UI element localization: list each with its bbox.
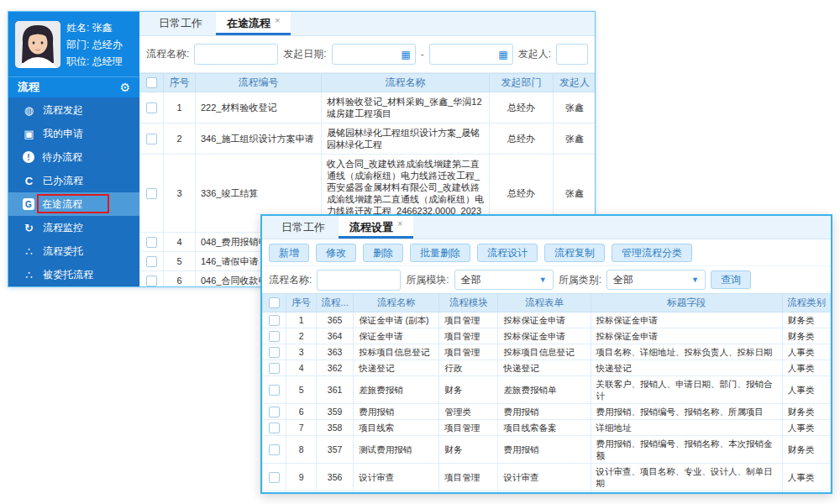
gear-icon[interactable]: ⚙ [119,81,130,94]
table-row[interactable]: 4362快递登记行政快递登记快递登记人事类 [263,360,831,376]
chevron-down-icon: ▼ [691,276,699,284]
process-form-cell: 快递登记 [498,360,591,376]
row-checkbox[interactable] [269,347,280,358]
table-row[interactable]: 10355设计进度汇报项目管理设计进度汇报设计进度汇报、所属项目、任务名称、任务… [263,491,831,493]
tab-in-transit-processes[interactable]: 在途流程 × [216,12,291,35]
sidebar-item-process-initiate[interactable]: ◍流程发起 [8,98,139,122]
sidebar-item-label: 流程委托 [43,244,83,259]
table-row[interactable]: 8357测试费用报销财务费用报销费用报销、报销编号、报销名称、本次报销金额财务类 [263,436,831,464]
sync-icon: ↻ [23,222,35,234]
sidebar-item-process-delegation[interactable]: ∴流程委托 [8,239,139,263]
process-id-cell: 364 [317,328,354,344]
table-row[interactable]: 6359费用报销管理类费用报销费用报销、报销编号、报销名称、所属项目财务类 [263,404,831,420]
module-select[interactable]: 全部 ▼ [454,270,554,290]
title-fields-cell: 费用报销、报销编号、报销名称、所属项目 [591,404,782,420]
row-checkbox[interactable] [269,315,280,326]
table-row[interactable]: 5361差旅费报销财务差旅费报销单关联客户、报销人、申请日期、部门、报销合计人事… [263,376,831,404]
profile-dept: 部门: 总经办 [66,36,123,53]
process-category-cell: 财务类 [782,328,830,344]
query-button[interactable]: 查询 [711,270,751,289]
category-select[interactable]: 全部 ▼ [606,270,706,290]
sidebar-item-todo-processes[interactable]: !待办流程 [8,145,139,169]
batch-delete-button[interactable]: 批量删除 [410,244,470,262]
row-checkbox[interactable] [269,472,280,483]
add-button[interactable]: 新增 [269,244,309,262]
row-checkbox[interactable] [146,102,157,113]
sidebar-item-label: 待办流程 [42,150,82,165]
table-row[interactable]: 1222_材料验收登记材料验收登记_材料采购_张鑫_华润12城房建工程项目总经办… [140,92,596,123]
process-id-cell: 359 [317,404,354,420]
title-fields-cell: 费用报销、报销编号、报销名称、本次报销金额 [591,436,782,464]
row-checkbox[interactable] [146,188,157,199]
tab-daily-work[interactable]: 日常工作 [148,12,213,35]
row-checkbox-cell [140,271,164,287]
process-name-cell: 保证金申请 [354,328,439,344]
column-header: 标题字段 [591,294,782,312]
row-checkbox[interactable] [269,423,280,433]
index-cell: 7 [286,420,317,436]
row-checkbox[interactable] [146,237,157,248]
sidebar-item-done-processes[interactable]: C已办流程 [8,169,139,192]
table-row[interactable]: 3363投标项目信息登记项目管理投标项目信息登记项目名称、详细地址、投标负责人、… [263,344,831,360]
row-checkbox[interactable] [269,407,280,417]
row-checkbox-cell [263,376,286,404]
initiator-input[interactable] [556,44,588,65]
row-checkbox[interactable] [269,363,280,374]
row-checkbox-cell [140,123,164,155]
process-name-input[interactable] [317,270,401,291]
manage-process-category-button[interactable]: 管理流程分类 [612,244,692,262]
calendar-icon[interactable]: ▦ [401,50,410,60]
table-row[interactable]: 2364保证金申请项目管理投标保证金申请投标保证金申请财务类 [263,328,831,344]
calendar-icon[interactable]: ▦ [498,50,507,60]
table-row[interactable]: 7358项目线索项目管理项目线索备案详细地址人事类 [263,420,831,436]
window1-tab-bar: 日常工作 在途流程 × [139,12,595,36]
close-icon[interactable]: × [275,15,280,25]
table-header-row: 序号流程...流程名称流程模块流程表单标题字段流程类别 [263,294,831,312]
sidebar-item-label: 被委托流程 [43,268,93,282]
row-checkbox[interactable] [146,276,157,286]
row-checkbox[interactable] [146,134,157,144]
process-form-cell: 设计审查 [498,464,591,491]
process-copy-button[interactable]: 流程复制 [544,244,605,262]
index-cell: 4 [164,233,196,252]
user-photo [15,21,60,68]
tab-daily-work[interactable]: 日常工作 [270,216,336,239]
select-all-checkbox[interactable] [146,77,157,88]
edit-button[interactable]: 修改 [316,244,356,262]
sidebar-item-my-applications[interactable]: ▣我的申请 [8,122,139,145]
title-fields-cell: 关联客户、报销人、申请日期、部门、报销合计 [591,376,782,404]
process-id-cell: 361 [317,376,354,404]
start-date-from-input[interactable]: ▦ [332,44,416,65]
select-all-checkbox[interactable] [269,297,280,308]
tab-process-settings[interactable]: 流程设置 × [339,216,413,239]
row-checkbox-cell [140,155,164,233]
profile-title: 职位: 总经理 [66,53,123,70]
process-form-cell: 费用报销 [498,436,591,464]
process-name-cell: 设计进度汇报 [354,491,439,493]
index-cell: 2 [286,328,317,344]
table-row[interactable]: 1365保证金申请 (副本)项目管理投标保证金申请投标保证金申请财务类 [263,312,831,328]
process-form-cell: 项目线索备案 [498,420,591,436]
row-checkbox[interactable] [269,385,280,396]
row-checkbox[interactable] [146,256,157,267]
process-module-cell: 项目管理 [439,328,498,344]
sidebar-item-process-monitor[interactable]: ↻流程监控 [8,216,139,239]
table-row[interactable]: 9356设计审查项目管理设计审查设计审查、项目名称、专业、设计人、制单日期人事类 [263,464,831,491]
process-name-input[interactable] [194,44,278,65]
start-date-to-input[interactable]: ▦ [429,44,513,65]
column-header: 流程编号 [196,74,322,92]
process-category-cell: 财务类 [782,436,830,464]
index-cell: 6 [286,404,317,420]
process-module-cell: 管理类 [439,404,498,420]
process-module-cell: 财务 [439,376,498,404]
row-checkbox-cell [140,233,164,252]
row-checkbox[interactable] [269,331,280,342]
close-icon[interactable]: × [397,218,402,228]
sidebar-item-delegated-processes[interactable]: ∴被委托流程 [8,263,139,286]
table-row[interactable]: 2346_施工组织设计方案申请晟铭园林绿化工程组织设计方案_晟铭园林绿化工程总经… [140,123,596,155]
sidebar-item-in-transit-processes[interactable]: G在途流程 [8,192,139,216]
title-fields-cell: 项目名称、详细地址、投标负责人、投标日期 [591,344,782,360]
delete-button[interactable]: 删除 [363,244,403,262]
row-checkbox[interactable] [269,444,280,455]
process-design-button[interactable]: 流程设计 [477,244,538,262]
